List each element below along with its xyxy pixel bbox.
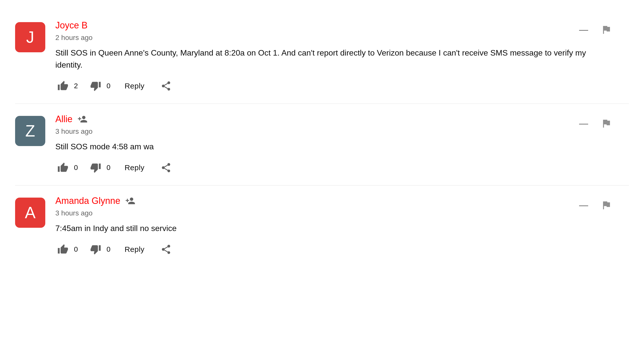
dislike-count: 0 [107,82,111,90]
comment-item: J Joyce B 2 hours ago Still SOS in Queen… [15,10,629,104]
like-button[interactable] [55,160,70,175]
share-icon [160,80,172,92]
like-button[interactable] [55,78,70,94]
dislike-group: 0 [88,78,111,94]
timestamp: 3 hours ago [55,209,629,217]
comment-actions: 2 0 Reply [55,78,629,94]
flag-button[interactable] [599,116,614,131]
follow-icon [125,196,135,206]
like-button[interactable] [55,242,70,257]
comment-meta-right: — [576,116,614,131]
comment-body: Allie 3 hours ago Still SOS mode 4:58 am… [55,114,629,175]
reply-button[interactable]: Reply [120,80,148,92]
share-icon [160,162,172,173]
like-group: 0 [55,242,78,257]
comment-header: Allie [55,114,629,124]
comment-body: Amanda Glynne 3 hours ago 7:45am in Indy… [55,196,629,257]
comment-text: Still SOS in Queen Anne's County, Maryla… [55,47,609,71]
minimize-button[interactable]: — [576,199,591,212]
comment-meta-right: — [576,198,614,213]
minimize-button[interactable]: — [576,117,591,130]
thumbup-icon [57,162,68,173]
avatar: A [15,198,45,228]
timestamp: 3 hours ago [55,127,629,135]
comment-header: Amanda Glynne [55,196,629,206]
share-button[interactable] [158,160,174,175]
dislike-group: 0 [88,160,111,175]
comment-item: A Amanda Glynne 3 hours ago 7:45am in In… [15,186,629,267]
person-add-icon [77,114,88,124]
comment-meta-right: — [576,22,614,37]
thumbdown-icon [90,80,101,92]
reply-button[interactable]: Reply [120,161,148,174]
author-name[interactable]: Amanda Glynne [55,196,120,206]
share-button[interactable] [158,242,174,257]
reply-button[interactable]: Reply [120,243,148,256]
like-group: 2 [55,78,78,94]
like-count: 0 [74,245,78,253]
flag-icon [601,200,612,211]
comment-actions: 0 0 Reply [55,160,629,175]
comment-text: 7:45am in Indy and still no service [55,222,609,234]
author-name[interactable]: Joyce B [55,20,88,31]
flag-button[interactable] [599,22,614,37]
comment-text: Still SOS mode 4:58 am wa [55,141,609,153]
timestamp: 2 hours ago [55,34,629,42]
comment-header: Joyce B [55,20,629,31]
minimize-button[interactable]: — [576,23,591,36]
flag-icon [601,24,612,35]
comments-container: J Joyce B 2 hours ago Still SOS in Queen… [0,0,644,277]
comment-body: Joyce B 2 hours ago Still SOS in Queen A… [55,20,629,94]
share-icon [160,244,172,255]
thumbdown-icon [90,162,101,173]
flag-button[interactable] [599,198,614,213]
comment-actions: 0 0 Reply [55,242,629,257]
author-name[interactable]: Allie [55,114,72,124]
thumbup-icon [57,244,68,255]
dislike-group: 0 [88,242,111,257]
like-count: 0 [74,164,78,172]
dislike-button[interactable] [88,242,103,257]
flag-icon [601,118,612,129]
dislike-button[interactable] [88,78,103,94]
follow-icon [77,114,88,124]
thumbup-icon [57,80,68,92]
dislike-button[interactable] [88,160,103,175]
thumbdown-icon [90,244,101,255]
like-count: 2 [74,82,78,90]
share-button[interactable] [158,78,174,94]
dislike-count: 0 [107,164,111,172]
person-add-icon [125,196,135,206]
like-group: 0 [55,160,78,175]
dislike-count: 0 [107,245,111,253]
avatar: Z [15,116,45,146]
comment-item: Z Allie 3 hours ago Still SOS mode 4:58 … [15,104,629,185]
avatar: J [15,22,45,52]
